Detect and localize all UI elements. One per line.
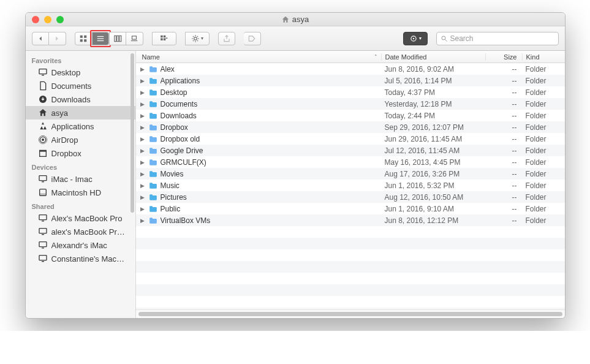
file-size: -- (512, 88, 517, 97)
disclosure-triangle-icon[interactable]: ▶ (140, 194, 146, 200)
dropbox-badge-button[interactable]: ▾ (403, 32, 428, 45)
sidebar-scrollbar[interactable] (130, 53, 134, 213)
sidebar-item[interactable]: alex's MacBook Pr… (26, 225, 135, 238)
file-kind: Folder (526, 193, 547, 202)
sidebar-item[interactable]: Downloads (26, 93, 135, 106)
disclosure-triangle-icon[interactable]: ▶ (140, 89, 146, 96)
disclosure-triangle-icon[interactable]: ▶ (140, 101, 146, 107)
file-size: -- (512, 135, 517, 143)
disclosure-triangle-icon[interactable]: ▶ (140, 124, 146, 131)
disclosure-triangle-icon[interactable]: ▶ (140, 183, 146, 189)
file-row[interactable]: ▶ Public Jun 1, 2016, 9:10 AM -- Folder (136, 203, 565, 214)
disclosure-triangle-icon[interactable]: ▶ (140, 113, 146, 119)
sidebar-item[interactable]: Alex's MacBook Pro (26, 211, 135, 225)
sidebar-item[interactable]: Dropbox (26, 146, 135, 160)
file-name: VirtualBox VMs (161, 216, 211, 225)
horizontal-scrollbar[interactable] (136, 309, 565, 318)
file-name: Public (161, 205, 181, 213)
list-view-button[interactable] (92, 32, 109, 45)
file-row[interactable]: ▶ Desktop Today, 4:37 PM -- Folder (136, 86, 565, 98)
sidebar-item[interactable]: asya (26, 106, 135, 119)
sidebar-item[interactable]: Macintosh HD (26, 186, 135, 199)
file-name: Desktop (161, 88, 187, 97)
sidebar[interactable]: FavoritesDesktopDocumentsDownloadsasyaAp… (26, 51, 136, 318)
file-row[interactable]: ▶ VirtualBox VMs Jun 8, 2016, 12:12 PM -… (136, 214, 565, 226)
disclosure-triangle-icon[interactable]: ▶ (140, 136, 146, 142)
svg-rect-7 (114, 36, 116, 41)
sidebar-item[interactable]: iMac - Imac (26, 172, 135, 186)
icon-view-button[interactable] (75, 32, 92, 45)
search-placeholder: Search (450, 34, 474, 43)
file-row[interactable]: ▶ Documents Yesterday, 12:18 PM -- Folde… (136, 98, 565, 110)
file-row[interactable]: ▶ Pictures Aug 12, 2016, 10:50 AM -- Fol… (136, 191, 565, 203)
file-kind: Folder (526, 205, 547, 213)
file-date: Today, 2:44 PM (385, 112, 436, 120)
close-button[interactable] (32, 16, 39, 23)
column-date[interactable]: Date Modified (381, 53, 485, 61)
svg-rect-3 (84, 39, 86, 42)
sidebar-item-label: Macintosh HD (51, 188, 102, 197)
file-name: Alex (161, 65, 175, 74)
file-row[interactable]: ▶ Applications Jul 5, 2016, 1:14 PM -- F… (136, 75, 565, 86)
back-button[interactable] (32, 32, 49, 45)
forward-button[interactable] (49, 32, 66, 45)
file-date: Jul 12, 2016, 11:45 AM (385, 146, 460, 155)
disk-icon (38, 188, 48, 197)
file-row[interactable]: ▶ Music Jun 1, 2016, 5:32 PM -- Folder (136, 180, 565, 191)
file-row[interactable]: ▶ Alex Jun 8, 2016, 9:02 AM -- Folder (136, 63, 565, 75)
file-row[interactable]: ▶ Dropbox Sep 29, 2016, 12:07 PM -- Fold… (136, 121, 565, 133)
sidebar-item[interactable]: Documents (26, 79, 135, 93)
file-rows[interactable]: ▶ Alex Jun 8, 2016, 9:02 AM -- Folder ▶ … (136, 63, 565, 309)
titlebar[interactable]: asya (26, 13, 565, 26)
tags-button[interactable] (244, 32, 261, 45)
file-row[interactable]: ▶ GRMCULF(X) May 16, 2013, 4:45 PM -- Fo… (136, 156, 565, 168)
file-kind: Folder (526, 100, 547, 108)
disclosure-triangle-icon[interactable]: ▶ (140, 148, 146, 154)
minimize-button[interactable] (44, 16, 51, 23)
zoom-button[interactable] (56, 16, 64, 23)
sidebar-item[interactable]: Alexandr's iMac (26, 238, 135, 252)
file-row[interactable]: ▶ Google Drive Jul 12, 2016, 11:45 AM --… (136, 145, 565, 156)
finder-window: asya (25, 12, 565, 319)
share-button[interactable] (218, 32, 235, 45)
column-header: Name ˄ Date Modified Size Kind (136, 51, 565, 63)
column-size[interactable]: Size (485, 53, 522, 61)
disclosure-triangle-icon[interactable]: ▶ (140, 159, 146, 165)
file-row[interactable]: ▶ Movies Aug 17, 2016, 3:26 PM -- Folder (136, 168, 565, 180)
sidebar-item-label: Applications (51, 122, 94, 131)
empty-row (136, 249, 565, 261)
disclosure-triangle-icon[interactable]: ▶ (140, 171, 146, 177)
sidebar-item[interactable]: Desktop (26, 66, 135, 79)
action-button[interactable]: ▾ (185, 32, 210, 45)
column-view-button[interactable] (109, 32, 126, 45)
sidebar-item-label: Dropbox (51, 149, 81, 158)
search-field[interactable]: Search (436, 32, 559, 45)
sidebar-item[interactable]: Applications (26, 119, 135, 133)
svg-rect-13 (163, 35, 165, 37)
sidebar-item-label: Alexandr's iMac (51, 241, 107, 250)
arrange-button[interactable] (152, 32, 176, 45)
coverflow-view-button[interactable] (126, 32, 143, 45)
airdrop-icon (38, 135, 48, 145)
file-date: Jun 29, 2016, 11:45 AM (385, 135, 463, 143)
file-size: -- (512, 77, 517, 85)
column-name[interactable]: Name ˄ (136, 53, 381, 61)
sidebar-item-label: Documents (51, 82, 92, 91)
monitor-icon (38, 67, 48, 77)
sidebar-item[interactable]: AirDrop (26, 133, 135, 146)
file-row[interactable]: ▶ Downloads Today, 2:44 PM -- Folder (136, 110, 565, 121)
file-row[interactable]: ▶ Dropbox old Jun 29, 2016, 11:45 AM -- … (136, 133, 565, 145)
home-icon (38, 108, 48, 118)
disclosure-triangle-icon[interactable]: ▶ (140, 78, 146, 84)
file-name: Downloads (161, 112, 197, 120)
disclosure-triangle-icon[interactable]: ▶ (140, 206, 146, 212)
disclosure-triangle-icon[interactable]: ▶ (140, 218, 146, 224)
column-kind[interactable]: Kind (522, 53, 565, 61)
svg-rect-1 (84, 35, 86, 37)
file-list-pane: Name ˄ Date Modified Size Kind ▶ Alex Ju… (136, 51, 565, 318)
file-date: Jul 5, 2016, 1:14 PM (385, 77, 452, 85)
sidebar-item[interactable]: Constantine's Mac… (26, 252, 135, 265)
file-name: Dropbox old (161, 135, 200, 143)
disclosure-triangle-icon[interactable]: ▶ (140, 66, 146, 72)
traffic-lights (32, 16, 64, 23)
